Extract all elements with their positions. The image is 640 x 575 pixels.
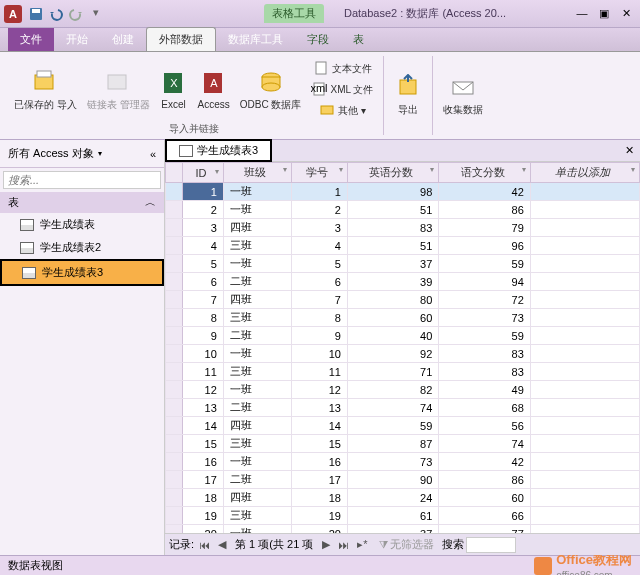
table-row[interactable]: 20 一班 20 37 77 (166, 525, 640, 534)
close-document-icon[interactable]: ✕ (619, 144, 640, 157)
table-row[interactable]: 11 三班 11 71 83 (166, 363, 640, 381)
tab-database-tools[interactable]: 数据库工具 (216, 28, 295, 51)
add-column-header[interactable]: 单击以添加▾ (530, 163, 639, 183)
view-mode-label: 数据表视图 (8, 558, 63, 573)
import-access-button[interactable]: A Access (194, 58, 234, 120)
table-row[interactable]: 15 三班 15 87 74 (166, 435, 640, 453)
table-icon (179, 145, 193, 157)
other-import-icon (319, 102, 335, 118)
close-button[interactable]: ✕ (616, 7, 636, 20)
table-row[interactable]: 13 二班 13 74 68 (166, 399, 640, 417)
save-icon[interactable] (28, 6, 44, 22)
select-all-cell[interactable] (166, 163, 183, 183)
import-xml-button[interactable]: xml XML 文件 (307, 79, 377, 99)
table-row[interactable]: 19 三班 19 61 66 (166, 507, 640, 525)
xml-file-icon: xml (311, 81, 327, 97)
collect-data-button[interactable]: 收集数据 (439, 58, 487, 131)
table-row[interactable]: 17 二班 17 90 86 (166, 471, 640, 489)
tab-external-data[interactable]: 外部数据 (146, 27, 216, 51)
text-file-icon (313, 60, 329, 76)
ribbon-tabs: 文件 开始 创建 外部数据 数据库工具 字段 表 (0, 28, 640, 52)
nav-table-item[interactable]: 学生成绩表 (0, 213, 164, 236)
column-header[interactable]: ID▾ (183, 163, 224, 183)
linked-table-manager-button[interactable]: 链接表 管理器 (83, 58, 154, 120)
table-row[interactable]: 2 一班 2 51 86 (166, 201, 640, 219)
saved-imports-button[interactable]: 已保存的 导入 (10, 58, 81, 120)
record-navigator: 记录: ⏮ ◀ 第 1 项(共 21 项 ▶ ⏭ ▸* ⧩ 无筛选器 搜索 (165, 533, 640, 555)
svg-rect-15 (321, 106, 333, 114)
access-app-icon: A (4, 5, 22, 23)
ribbon: 已保存的 导入 链接表 管理器 X Excel A Access ODBC 数据… (0, 52, 640, 140)
svg-text:X: X (170, 77, 178, 89)
filter-status: 无筛选器 (390, 537, 434, 552)
import-text-button[interactable]: 文本文件 (307, 58, 377, 78)
table-row[interactable]: 10 一班 10 92 83 (166, 345, 640, 363)
svg-rect-1 (32, 9, 40, 13)
document-area: 学生成绩表3 ✕ ID▾ 班级▾ 学号▾ 英语分数▾ 语文分数▾ 单击以添加▾ (165, 140, 640, 555)
table-row[interactable]: 14 四班 14 59 56 (166, 417, 640, 435)
tab-file[interactable]: 文件 (8, 28, 54, 51)
nav-search-input[interactable] (3, 171, 161, 189)
svg-rect-3 (37, 71, 51, 77)
column-dropdown-icon: ▾ (215, 167, 219, 176)
table-row[interactable]: 18 四班 18 24 60 (166, 489, 640, 507)
table-row[interactable]: 9 二班 9 40 59 (166, 327, 640, 345)
svg-text:A: A (210, 77, 218, 89)
column-header[interactable]: 学号▾ (291, 163, 347, 183)
document-tab[interactable]: 学生成绩表3 (165, 139, 272, 162)
table-row[interactable]: 5 一班 5 37 59 (166, 255, 640, 273)
new-record-button[interactable]: ▸* (354, 538, 370, 551)
minimize-button[interactable]: — (572, 7, 592, 20)
tab-table[interactable]: 表 (341, 28, 376, 51)
table-row[interactable]: 8 三班 8 60 73 (166, 309, 640, 327)
svg-rect-16 (400, 80, 416, 94)
nav-table-item-selected[interactable]: 学生成绩表3 (0, 259, 164, 286)
first-record-button[interactable]: ⏮ (196, 539, 213, 551)
table-icon (22, 267, 36, 279)
table-row[interactable]: 1 一班 1 98 42 (166, 183, 640, 201)
contextual-tab-label: 表格工具 (264, 4, 324, 23)
svg-rect-4 (108, 75, 126, 89)
table-row[interactable]: 6 二班 6 39 94 (166, 273, 640, 291)
column-header[interactable]: 英语分数▾ (347, 163, 438, 183)
office-logo-icon (534, 557, 552, 575)
nav-header[interactable]: 所有 Access 对象 ▾ « (0, 140, 164, 168)
prev-record-button[interactable]: ◀ (215, 538, 229, 551)
quick-access-toolbar: ▾ (28, 6, 104, 22)
column-header[interactable]: 语文分数▾ (439, 163, 530, 183)
status-bar: 数据表视图 Office教程网 office86.com (0, 555, 640, 575)
svg-rect-12 (316, 62, 326, 74)
window-title: Database2 : 数据库 (Access 20... (344, 6, 506, 21)
tab-home[interactable]: 开始 (54, 28, 100, 51)
table-icon (20, 219, 34, 231)
nav-collapse-icon[interactable]: « (150, 148, 156, 160)
export-button[interactable]: 导出 (390, 58, 426, 131)
data-grid[interactable]: ID▾ 班级▾ 学号▾ 英语分数▾ 语文分数▾ 单击以添加▾ 1 一班 1 98… (165, 162, 640, 533)
table-row[interactable]: 4 三班 4 51 96 (166, 237, 640, 255)
tab-fields[interactable]: 字段 (295, 28, 341, 51)
import-odbc-button[interactable]: ODBC 数据库 (236, 58, 306, 120)
tab-create[interactable]: 创建 (100, 28, 146, 51)
search-label: 搜索 (442, 537, 464, 552)
undo-icon[interactable] (48, 6, 64, 22)
record-search-input[interactable] (466, 537, 516, 553)
last-record-button[interactable]: ⏭ (335, 539, 352, 551)
table-row[interactable]: 16 一班 16 73 42 (166, 453, 640, 471)
restore-button[interactable]: ▣ (594, 7, 614, 20)
table-row[interactable]: 3 四班 3 83 79 (166, 219, 640, 237)
ribbon-group-import: 导入并链接 (10, 120, 377, 136)
chevron-up-icon: ︿ (145, 195, 156, 210)
nav-dropdown-icon[interactable]: ▾ (98, 149, 102, 158)
table-row[interactable]: 7 四班 7 80 72 (166, 291, 640, 309)
next-record-button[interactable]: ▶ (319, 538, 333, 551)
import-excel-button[interactable]: X Excel (156, 58, 192, 120)
nav-table-item[interactable]: 学生成绩表2 (0, 236, 164, 259)
column-header[interactable]: 班级▾ (223, 163, 291, 183)
qat-dropdown-icon[interactable]: ▾ (88, 6, 104, 22)
nav-group-tables[interactable]: 表 ︿ (0, 192, 164, 213)
svg-point-11 (262, 83, 280, 91)
import-other-button[interactable]: 其他 ▾ (307, 100, 377, 120)
table-row[interactable]: 12 一班 12 82 49 (166, 381, 640, 399)
redo-icon[interactable] (68, 6, 84, 22)
table-icon (20, 242, 34, 254)
